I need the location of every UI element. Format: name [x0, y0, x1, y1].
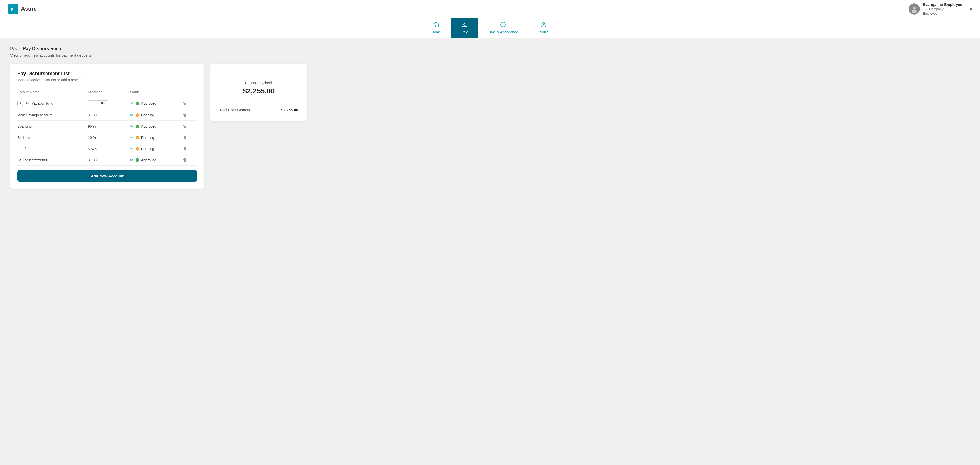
- account-name: Ski fund: [18, 135, 30, 140]
- allocation-cell: 10 %: [88, 135, 130, 140]
- status-dot-approved: [135, 158, 139, 162]
- nav-item-time[interactable]: Time & Attendance: [478, 18, 528, 38]
- allocation-input[interactable]: [88, 100, 108, 106]
- status-dot-approved: [135, 124, 139, 128]
- status-dot-approved: [135, 102, 139, 105]
- user-company: 123 Company: [923, 7, 962, 11]
- clock-icon: [500, 21, 506, 29]
- action-cell: 🗑: [183, 158, 197, 162]
- header: a Asure Evangaline Employee 123 Company …: [0, 0, 980, 18]
- action-cell: 🗑: [183, 113, 197, 118]
- account-name-cell: Spa fund: [18, 124, 88, 128]
- status-text: Pending: [141, 135, 154, 140]
- svg-point-2: [913, 6, 916, 10]
- nav-item-home[interactable]: Home: [422, 18, 451, 38]
- edit-icon[interactable]: ✏: [130, 113, 134, 118]
- allocation-value: $ 675: [88, 147, 97, 151]
- account-name: Savings: *****9909: [18, 158, 47, 162]
- disbursement-list-card: Pay Disbursement List Manage active acco…: [10, 64, 204, 189]
- account-name: Vacation fund: [32, 101, 53, 105]
- table-row: Spa fund 90 % ✏ Approved 🗑: [18, 121, 197, 132]
- recent-paycheck-amount: $2,255.00: [223, 87, 295, 95]
- account-name: Main Savings account: [18, 113, 52, 117]
- nav-item-pay[interactable]: Pay: [451, 18, 478, 38]
- allocation-cell: $ 400: [88, 158, 130, 162]
- table-row: Ski fund 10 % ✏ Pending 🗑: [18, 132, 197, 143]
- delete-icon[interactable]: 🗑: [183, 147, 187, 151]
- user-name: Evangaline Employee: [923, 2, 962, 7]
- col-status: Status: [130, 90, 183, 94]
- status-cell: ✏ Approved: [130, 124, 183, 129]
- table-row: Savings: *****9909 $ 400 ✏ Approved 🗑: [18, 154, 197, 166]
- table-row: $ % Vacation fund ✓ Approved 🗑: [18, 97, 197, 110]
- paycheck-card: Recent Paycheck $2,255.00 Total Disburse…: [210, 64, 307, 121]
- status-text: Pending: [141, 147, 154, 151]
- avatar: [908, 3, 920, 14]
- nav-time-label: Time & Attendance: [488, 30, 518, 34]
- account-name-cell: Savings: *****9909: [18, 158, 88, 162]
- pay-icon: [461, 21, 468, 29]
- nav-pay-label: Pay: [461, 30, 468, 34]
- total-disbursement-label: Total Disbursement: [220, 108, 250, 112]
- action-cell: 🗑: [183, 147, 197, 151]
- delete-icon[interactable]: 🗑: [183, 113, 187, 118]
- paycheck-section: Recent Paycheck $2,255.00: [218, 71, 300, 103]
- svg-rect-5: [462, 23, 467, 26]
- edit-icon[interactable]: ✏: [130, 146, 134, 151]
- allocation-value: $ 400: [88, 158, 97, 162]
- main-nav: Home Pay Time & Attendance: [0, 18, 980, 38]
- table-row: Fun fund $ 675 ✏ Pending 🗑: [18, 143, 197, 154]
- action-cell: 🗑: [183, 101, 197, 106]
- account-name-cell: Main Savings account: [18, 113, 88, 117]
- col-account-name: Account Name: [18, 90, 88, 94]
- edit-icon[interactable]: ✏: [130, 124, 134, 129]
- col-actions: [183, 90, 197, 94]
- svg-point-9: [542, 22, 545, 24]
- main-content: Pay › Pay Disbursement View or add new a…: [0, 38, 980, 197]
- status-text: Approved: [141, 101, 156, 105]
- account-name-cell: $ % Vacation fund: [18, 100, 88, 106]
- allocation-value: 10 %: [88, 135, 96, 140]
- breadcrumb: Pay › Pay Disbursement: [10, 46, 970, 51]
- edit-icon[interactable]: ✏: [130, 158, 134, 162]
- edit-icon[interactable]: ✏: [130, 135, 134, 140]
- account-name-cell: Ski fund: [18, 135, 88, 140]
- allocation-value: $ 180: [88, 113, 97, 117]
- svg-text:a: a: [11, 6, 14, 12]
- delete-icon[interactable]: 🗑: [183, 101, 187, 106]
- user-role: Employee: [923, 11, 962, 16]
- profile-icon: [541, 21, 547, 29]
- breadcrumb-current: Pay Disbursement: [23, 46, 63, 51]
- add-new-account-button[interactable]: Add New Account: [18, 170, 197, 182]
- breadcrumb-parent[interactable]: Pay: [10, 47, 18, 51]
- card-subtitle: Manage active accounts or add a new one.: [18, 78, 197, 82]
- total-disbursement-row: Total Disbursement $2,255.00: [218, 103, 300, 114]
- allocation-cell: 90 %: [88, 124, 130, 128]
- status-text: Pending: [141, 113, 154, 117]
- asure-logo-icon: a: [8, 4, 18, 14]
- action-cell: 🗑: [183, 135, 197, 140]
- breadcrumb-separator: ›: [19, 47, 21, 51]
- allocation-value: 90 %: [88, 124, 96, 128]
- allocation-cell: $ 180: [88, 113, 130, 117]
- delete-icon[interactable]: 🗑: [183, 124, 187, 129]
- nav-profile-label: Profile: [538, 30, 549, 34]
- account-name-cell: Fun fund: [18, 147, 88, 151]
- action-cell: 🗑: [183, 124, 197, 129]
- dollar-badge: $: [18, 100, 23, 106]
- delete-icon[interactable]: 🗑: [183, 158, 187, 162]
- logo-text: Asure: [21, 6, 37, 12]
- nav-item-profile[interactable]: Profile: [528, 18, 559, 38]
- user-info: Evangaline Employee 123 Company Employee: [923, 2, 962, 16]
- delete-icon[interactable]: 🗑: [183, 135, 187, 140]
- col-allocation: Allocation: [88, 90, 130, 94]
- table-row: Main Savings account $ 180 ✏ Pending 🗑: [18, 110, 197, 121]
- allocation-cell: [88, 100, 130, 106]
- status-cell: ✏ Pending: [130, 146, 183, 151]
- card-title: Pay Disbursement List: [18, 71, 197, 76]
- status-cell: ✏ Pending: [130, 135, 183, 140]
- status-text: Approved: [141, 158, 156, 162]
- logout-icon[interactable]: ⇥: [967, 6, 972, 12]
- logo-area: a Asure: [8, 4, 37, 14]
- status-cell: ✏ Pending: [130, 113, 183, 118]
